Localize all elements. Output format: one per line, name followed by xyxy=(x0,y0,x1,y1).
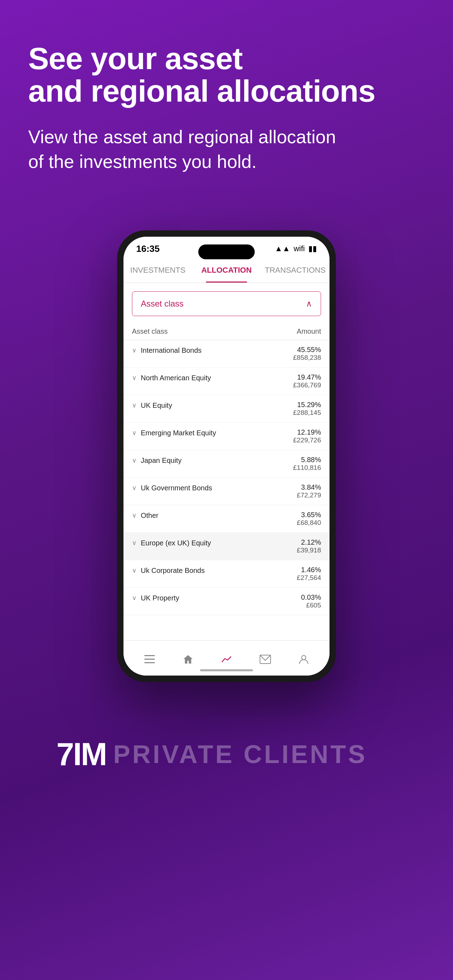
brand-name: PRIVATE CLIENTS xyxy=(113,740,367,769)
row-chevron-icon: ∨ xyxy=(132,457,137,464)
dynamic-island xyxy=(198,245,255,259)
asset-selector-label: Asset class xyxy=(141,299,183,309)
phone-mockup: 16:35 ▲▲ wifi ▮▮ INVESTMENTS ALLOCATION xyxy=(117,231,336,682)
col-header-asset: Asset class xyxy=(132,328,168,336)
tab-bar: INVESTMENTS ALLOCATION TRANSACTIONS xyxy=(124,258,329,283)
battery-icon: ▮▮ xyxy=(308,244,317,253)
table-row[interactable]: ∨Uk Government Bonds 3.84%£72,279 xyxy=(124,478,329,505)
tab-allocation[interactable]: ALLOCATION xyxy=(192,258,261,283)
nav-mail[interactable] xyxy=(260,655,271,664)
nav-menu[interactable] xyxy=(144,655,155,663)
col-header-amount: Amount xyxy=(297,328,321,336)
phone-screen: 16:35 ▲▲ wifi ▮▮ INVESTMENTS ALLOCATION xyxy=(124,237,329,676)
row-chevron-icon: ∨ xyxy=(132,347,137,354)
nav-profile[interactable] xyxy=(299,654,309,664)
page-background: See your asset and regional allocations … xyxy=(0,0,453,980)
row-chevron-icon: ∨ xyxy=(132,566,137,574)
chevron-up-icon: ∧ xyxy=(306,299,312,309)
headline-line2: and regional allocations xyxy=(28,73,375,108)
row-chevron-icon: ∨ xyxy=(132,429,137,437)
phone-content: Asset class ∧ Asset class Amount ∨Intern… xyxy=(124,283,329,641)
footer: 7IM PRIVATE CLIENTS xyxy=(28,717,425,791)
table-row[interactable]: ∨Europe (ex UK) Equity 2.12%£39,918 xyxy=(124,533,329,560)
headline-block: See your asset and regional allocations … xyxy=(28,42,425,174)
table-row[interactable]: ∨UK Property 0.03%£605 xyxy=(124,588,329,615)
nav-home[interactable] xyxy=(183,654,193,664)
headline: See your asset and regional allocations xyxy=(28,42,425,108)
row-chevron-icon: ∨ xyxy=(132,512,137,519)
status-time: 16:35 xyxy=(136,243,160,255)
table-row[interactable]: ∨North American Equity 19.47%£366,769 xyxy=(124,368,329,395)
table-row[interactable]: ∨International Bonds 45.55%£858,238 xyxy=(124,340,329,368)
wifi-icon: wifi xyxy=(294,244,305,253)
nav-chart[interactable] xyxy=(221,654,232,664)
subtitle: View the asset and regional allocation o… xyxy=(28,124,346,174)
table-header: Asset class Amount xyxy=(124,323,329,340)
table-row[interactable]: ∨Uk Corporate Bonds 1.46%£27,564 xyxy=(124,560,329,588)
tab-investments[interactable]: INVESTMENTS xyxy=(124,258,192,283)
svg-rect-0 xyxy=(144,655,155,656)
asset-class-selector[interactable]: Asset class ∧ xyxy=(132,291,321,316)
status-icons: ▲▲ wifi ▮▮ xyxy=(275,244,317,253)
row-chevron-icon: ∨ xyxy=(132,484,137,492)
logo-text: 7IM xyxy=(56,737,106,772)
signal-icon: ▲▲ xyxy=(275,244,290,253)
row-chevron-icon: ∨ xyxy=(132,401,137,409)
tab-transactions[interactable]: TRANSACTIONS xyxy=(261,258,329,283)
table-row[interactable]: ∨Other 3.65%£68,840 xyxy=(124,505,329,533)
svg-point-4 xyxy=(302,655,306,660)
home-indicator xyxy=(200,669,253,671)
table-row[interactable]: ∨Japan Equity 5.88%£110,816 xyxy=(124,450,329,478)
row-chevron-icon: ∨ xyxy=(132,594,137,602)
svg-rect-1 xyxy=(144,659,155,660)
phone-container: 16:35 ▲▲ wifi ▮▮ INVESTMENTS ALLOCATION xyxy=(28,231,425,682)
svg-rect-2 xyxy=(144,662,155,663)
headline-line1: See your asset xyxy=(28,41,242,76)
logo: 7IM xyxy=(56,738,106,770)
row-chevron-icon: ∨ xyxy=(132,374,137,382)
table-row[interactable]: ∨UK Equity 15.29%£288,145 xyxy=(124,395,329,423)
table-row[interactable]: ∨Emerging Market Equity 12.19%£229,726 xyxy=(124,423,329,450)
row-chevron-icon: ∨ xyxy=(132,539,137,547)
